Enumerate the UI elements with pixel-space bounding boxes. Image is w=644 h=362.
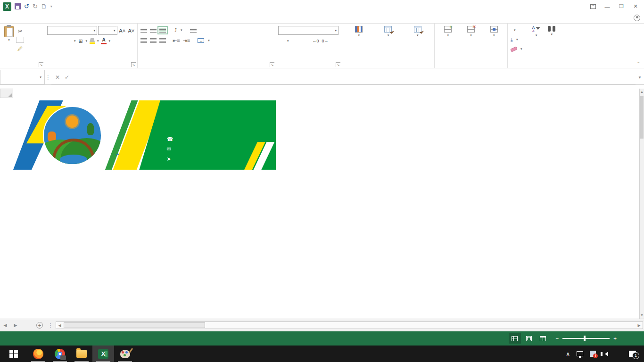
action-center-icon[interactable] xyxy=(626,346,644,362)
zoom-slider[interactable] xyxy=(562,338,610,339)
alignment-dialog-launcher[interactable]: ↘ xyxy=(270,62,274,67)
align-right-button[interactable] xyxy=(158,36,167,45)
zoom-out-icon[interactable]: − xyxy=(556,336,559,341)
sheet-tab-bar: ◀ ▶ + ⋮ ◀ ▶ xyxy=(0,319,644,331)
formula-input[interactable] xyxy=(78,70,636,84)
excel-taskbar-icon[interactable]: X xyxy=(92,346,114,362)
align-top-button[interactable] xyxy=(140,26,148,34)
chrome-taskbar-icon[interactable] xyxy=(49,346,71,362)
undo-icon[interactable]: ↺ xyxy=(24,3,29,10)
borders-button[interactable]: ⊞ xyxy=(77,37,85,45)
comma-style-button[interactable] xyxy=(299,37,307,45)
ribbon-options-icon[interactable]: ⌃ xyxy=(586,1,600,12)
fill-color-button[interactable] xyxy=(88,37,96,45)
normal-view-icon[interactable] xyxy=(509,333,521,344)
confirm-entry-icon[interactable]: ✓ xyxy=(65,74,69,81)
paste-button[interactable]: ▾ xyxy=(2,25,16,53)
name-box[interactable]: ▾ xyxy=(0,70,45,84)
format-painter-button[interactable]: 🖉 xyxy=(16,44,24,53)
cancel-entry-icon[interactable]: ✕ xyxy=(55,74,60,81)
select-all-corner[interactable] xyxy=(0,89,13,98)
align-left-button[interactable] xyxy=(140,36,148,45)
shrink-font-button[interactable]: A˅ xyxy=(127,26,135,35)
ribbon-tab-strip xyxy=(0,13,644,24)
vertical-scroll-thumb[interactable] xyxy=(640,96,644,139)
grow-font-button[interactable]: A˄ xyxy=(118,26,126,35)
expand-formula-bar-icon[interactable]: ▾ xyxy=(636,70,644,84)
zoom-in-icon[interactable]: + xyxy=(613,336,617,341)
customize-qat-icon[interactable]: ▾ xyxy=(50,4,52,8)
currency-button[interactable] xyxy=(278,37,286,45)
scroll-right-icon[interactable]: ▶ xyxy=(636,322,643,329)
language-indicator[interactable] xyxy=(611,346,618,362)
alert-app-icon[interactable] xyxy=(586,346,599,362)
print-preview-icon[interactable]: 🗋 xyxy=(41,3,47,10)
tab-scroll-right-icon[interactable]: ▶ xyxy=(10,319,21,331)
delete-cells-button[interactable]: ✕ ▾ xyxy=(465,25,477,38)
number-dialog-launcher[interactable]: ↘ xyxy=(336,62,340,67)
underline-button[interactable] xyxy=(65,37,73,45)
wrap-text-button[interactable] xyxy=(189,26,199,34)
align-center-button[interactable] xyxy=(149,36,157,45)
save-icon[interactable] xyxy=(15,3,21,9)
clipboard-dialog-launcher[interactable]: ↘ xyxy=(39,62,43,67)
redo-icon[interactable]: ↻ xyxy=(33,3,38,10)
tab-list-ellipsis[interactable] xyxy=(21,319,33,331)
conditional-formatting-button[interactable]: ▾ xyxy=(353,25,365,38)
fill-button[interactable]: ⤓▾ xyxy=(510,35,523,44)
tab-splitter[interactable]: ⋮ xyxy=(46,319,55,331)
scroll-up-icon[interactable]: ▲ xyxy=(640,89,644,95)
orientation-button[interactable]: ⤴ xyxy=(172,26,180,34)
help-icon[interactable] xyxy=(572,1,586,12)
align-middle-button[interactable] xyxy=(149,26,157,34)
page-layout-view-icon[interactable] xyxy=(523,333,535,344)
sort-filter-button[interactable]: AZ ▾ xyxy=(530,25,543,53)
cell-styles-button[interactable]: ▾ xyxy=(412,25,424,38)
page-break-view-icon[interactable] xyxy=(537,333,549,344)
close-icon[interactable]: ✕ xyxy=(629,1,642,12)
font-name-combo[interactable]: ▾ xyxy=(47,26,97,35)
network-icon[interactable] xyxy=(573,346,586,362)
horizontal-scroll-thumb[interactable] xyxy=(64,322,205,328)
decrease-indent-button[interactable]: ⇤≡ xyxy=(172,36,181,45)
increase-decimal-button[interactable]: ←0 xyxy=(312,37,320,45)
horizontal-scrollbar[interactable]: ◀ ▶ xyxy=(56,321,643,329)
vertical-scrollbar[interactable]: ▲ ▼ xyxy=(639,89,644,319)
decrease-decimal-button[interactable]: 0→ xyxy=(321,37,330,45)
italic-button[interactable] xyxy=(56,37,64,45)
firefox-taskbar-icon[interactable] xyxy=(27,346,49,362)
tab-scroll-left-icon[interactable]: ◀ xyxy=(0,319,10,331)
merge-center-button[interactable]: ↔ xyxy=(197,36,207,45)
font-size-combo[interactable]: ▾ xyxy=(98,26,117,35)
sign-in[interactable] xyxy=(631,13,644,23)
format-as-table-button[interactable]: ▾ xyxy=(382,25,394,38)
find-select-button[interactable]: ▾ xyxy=(545,25,558,53)
quick-access-toolbar: X ↺ ↻ 🗋 ▾ xyxy=(0,2,99,11)
minimize-icon[interactable]: — xyxy=(601,1,614,12)
scroll-down-icon[interactable]: ▼ xyxy=(640,312,644,319)
number-format-combo[interactable]: ▾ xyxy=(278,26,339,35)
paint-taskbar-icon[interactable] xyxy=(114,346,136,362)
collapse-ribbon-icon[interactable]: ⌃ xyxy=(636,61,640,66)
percent-button[interactable] xyxy=(290,37,298,45)
insert-cells-button[interactable]: ＋ ▾ xyxy=(442,25,454,38)
clear-button[interactable]: ▾ xyxy=(510,45,523,53)
start-button[interactable] xyxy=(0,346,27,362)
autosum-button[interactable]: ▾ xyxy=(510,26,523,34)
copy-button[interactable] xyxy=(16,37,24,43)
format-cells-button[interactable]: ▾ xyxy=(488,25,500,38)
explorer-taskbar-icon[interactable] xyxy=(71,346,92,362)
align-bottom-button[interactable] xyxy=(158,26,167,34)
cut-button[interactable]: ✂ xyxy=(16,27,24,35)
excel-app-icon[interactable]: X xyxy=(3,2,11,11)
restore-icon[interactable]: ❐ xyxy=(615,1,628,12)
volume-icon[interactable] xyxy=(599,346,611,362)
show-hidden-icons[interactable]: ∧ xyxy=(562,346,573,362)
bold-button[interactable] xyxy=(47,37,55,45)
increase-indent-button[interactable]: ⇥≡ xyxy=(182,36,191,45)
scroll-left-icon[interactable]: ◀ xyxy=(56,322,63,329)
font-color-button[interactable]: A xyxy=(100,37,108,45)
new-sheet-button[interactable]: + xyxy=(33,319,46,331)
font-dialog-launcher[interactable]: ↘ xyxy=(131,62,136,67)
person-icon xyxy=(634,15,640,21)
